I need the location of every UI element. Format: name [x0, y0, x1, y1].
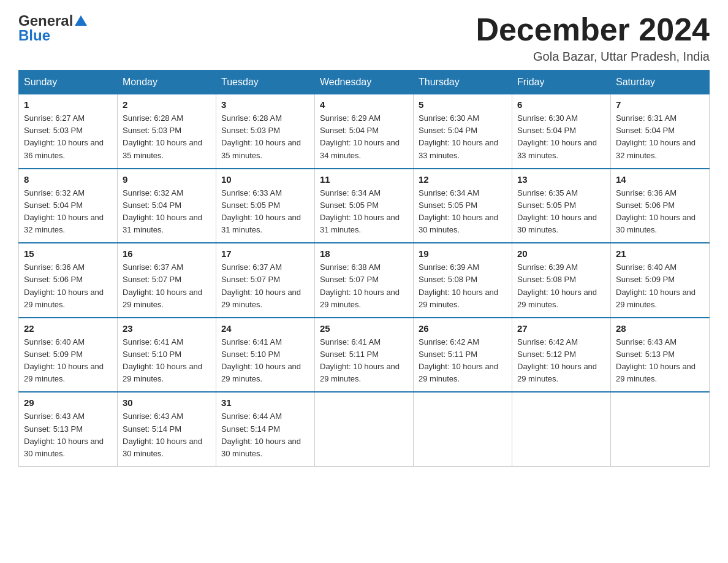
- sunrise-label: Sunrise: 6:44 AM: [221, 412, 282, 421]
- sunset-label: Sunset: 5:07 PM: [123, 275, 181, 284]
- sunset-label: Sunset: 5:13 PM: [616, 350, 675, 359]
- sunrise-label: Sunrise: 6:30 AM: [517, 113, 578, 123]
- sunset-label: Sunset: 5:06 PM: [616, 201, 675, 210]
- sunset-label: Sunset: 5:04 PM: [320, 126, 379, 135]
- daylight-label: Daylight: 10 hours and 29 minutes.: [123, 362, 202, 383]
- weekday-header-thursday: Thursday: [414, 71, 512, 94]
- day-number: 22: [24, 323, 112, 334]
- calendar-cell: [512, 392, 611, 466]
- day-info: Sunrise: 6:30 AM Sunset: 5:04 PM Dayligh…: [419, 112, 507, 162]
- calendar-cell: 10 Sunrise: 6:33 AM Sunset: 5:05 PM Dayl…: [216, 169, 315, 243]
- calendar-cell: 14 Sunrise: 6:36 AM Sunset: 5:06 PM Dayl…: [611, 169, 710, 243]
- calendar-cell: [414, 392, 512, 466]
- calendar-cell: 29 Sunrise: 6:43 AM Sunset: 5:13 PM Dayl…: [19, 392, 118, 466]
- weekday-header-sunday: Sunday: [19, 71, 118, 94]
- day-number: 29: [24, 397, 112, 408]
- daylight-label: Daylight: 10 hours and 30 minutes.: [221, 437, 301, 458]
- weekday-header-monday: Monday: [118, 71, 216, 94]
- day-info: Sunrise: 6:30 AM Sunset: 5:04 PM Dayligh…: [517, 112, 605, 162]
- day-info: Sunrise: 6:37 AM Sunset: 5:07 PM Dayligh…: [123, 261, 211, 311]
- day-info: Sunrise: 6:34 AM Sunset: 5:05 PM Dayligh…: [419, 187, 507, 237]
- day-number: 3: [221, 99, 309, 110]
- day-info: Sunrise: 6:44 AM Sunset: 5:14 PM Dayligh…: [221, 410, 309, 460]
- sunrise-label: Sunrise: 6:39 AM: [517, 262, 578, 272]
- sunset-label: Sunset: 5:05 PM: [517, 201, 576, 210]
- day-number: 27: [517, 323, 605, 334]
- sunrise-label: Sunrise: 6:34 AM: [419, 188, 479, 197]
- daylight-label: Daylight: 10 hours and 29 minutes.: [123, 288, 202, 309]
- calendar-cell: 13 Sunrise: 6:35 AM Sunset: 5:05 PM Dayl…: [512, 169, 611, 243]
- weekday-header-friday: Friday: [512, 71, 611, 94]
- sunset-label: Sunset: 5:05 PM: [320, 201, 379, 210]
- day-number: 1: [24, 99, 112, 110]
- sunset-label: Sunset: 5:05 PM: [221, 201, 280, 210]
- day-number: 25: [320, 323, 408, 334]
- day-number: 31: [221, 397, 309, 408]
- sunrise-label: Sunrise: 6:31 AM: [616, 113, 677, 123]
- sunrise-label: Sunrise: 6:28 AM: [123, 113, 183, 123]
- calendar-cell: 3 Sunrise: 6:28 AM Sunset: 5:03 PM Dayli…: [216, 94, 315, 169]
- calendar-cell: 17 Sunrise: 6:37 AM Sunset: 5:07 PM Dayl…: [216, 243, 315, 318]
- day-number: 8: [24, 174, 112, 185]
- day-info: Sunrise: 6:32 AM Sunset: 5:04 PM Dayligh…: [24, 187, 112, 237]
- day-info: Sunrise: 6:41 AM Sunset: 5:10 PM Dayligh…: [123, 336, 211, 386]
- daylight-label: Daylight: 10 hours and 31 minutes.: [320, 213, 400, 234]
- day-info: Sunrise: 6:39 AM Sunset: 5:08 PM Dayligh…: [517, 261, 605, 311]
- day-number: 15: [24, 248, 112, 259]
- calendar-cell: 28 Sunrise: 6:43 AM Sunset: 5:13 PM Dayl…: [611, 318, 710, 393]
- logo-triangle: [75, 15, 87, 26]
- sunset-label: Sunset: 5:03 PM: [24, 126, 83, 135]
- day-info: Sunrise: 6:27 AM Sunset: 5:03 PM Dayligh…: [24, 112, 112, 162]
- day-info: Sunrise: 6:31 AM Sunset: 5:04 PM Dayligh…: [616, 112, 704, 162]
- day-info: Sunrise: 6:41 AM Sunset: 5:10 PM Dayligh…: [221, 336, 309, 386]
- sunset-label: Sunset: 5:13 PM: [24, 424, 83, 434]
- sunrise-label: Sunrise: 6:30 AM: [419, 113, 479, 123]
- daylight-label: Daylight: 10 hours and 31 minutes.: [221, 213, 301, 234]
- logo-blue-text: Blue: [18, 27, 50, 44]
- day-number: 13: [517, 174, 605, 185]
- day-info: Sunrise: 6:41 AM Sunset: 5:11 PM Dayligh…: [320, 336, 408, 386]
- calendar-header-row: SundayMondayTuesdayWednesdayThursdayFrid…: [19, 71, 710, 94]
- calendar-cell: [315, 392, 414, 466]
- calendar-cell: 27 Sunrise: 6:42 AM Sunset: 5:12 PM Dayl…: [512, 318, 611, 393]
- day-number: 26: [419, 323, 507, 334]
- sunrise-label: Sunrise: 6:32 AM: [24, 188, 85, 197]
- sunset-label: Sunset: 5:04 PM: [123, 201, 181, 210]
- sunset-label: Sunset: 5:03 PM: [123, 126, 181, 135]
- day-info: Sunrise: 6:42 AM Sunset: 5:12 PM Dayligh…: [517, 336, 605, 386]
- sunset-label: Sunset: 5:07 PM: [320, 275, 379, 284]
- day-info: Sunrise: 6:43 AM Sunset: 5:13 PM Dayligh…: [24, 410, 112, 460]
- sunrise-label: Sunrise: 6:29 AM: [320, 113, 381, 123]
- day-info: Sunrise: 6:28 AM Sunset: 5:03 PM Dayligh…: [221, 112, 309, 162]
- sunrise-label: Sunrise: 6:37 AM: [221, 262, 282, 272]
- sunset-label: Sunset: 5:05 PM: [419, 201, 477, 210]
- calendar-week-row: 22 Sunrise: 6:40 AM Sunset: 5:09 PM Dayl…: [19, 318, 710, 393]
- day-number: 23: [123, 323, 211, 334]
- daylight-label: Daylight: 10 hours and 29 minutes.: [517, 362, 597, 383]
- sunset-label: Sunset: 5:03 PM: [221, 126, 280, 135]
- sunset-label: Sunset: 5:04 PM: [517, 126, 576, 135]
- daylight-label: Daylight: 10 hours and 29 minutes.: [419, 362, 498, 383]
- day-number: 12: [419, 174, 507, 185]
- day-number: 2: [123, 99, 211, 110]
- weekday-header-tuesday: Tuesday: [216, 71, 315, 94]
- daylight-label: Daylight: 10 hours and 30 minutes.: [123, 437, 202, 458]
- daylight-label: Daylight: 10 hours and 34 minutes.: [320, 138, 400, 159]
- calendar-cell: 31 Sunrise: 6:44 AM Sunset: 5:14 PM Dayl…: [216, 392, 315, 466]
- sunrise-label: Sunrise: 6:41 AM: [320, 337, 381, 347]
- sunrise-label: Sunrise: 6:36 AM: [24, 262, 85, 272]
- sunset-label: Sunset: 5:14 PM: [123, 424, 181, 434]
- daylight-label: Daylight: 10 hours and 30 minutes.: [24, 437, 104, 458]
- sunrise-label: Sunrise: 6:33 AM: [221, 188, 282, 197]
- calendar-cell: 16 Sunrise: 6:37 AM Sunset: 5:07 PM Dayl…: [118, 243, 216, 318]
- sunset-label: Sunset: 5:04 PM: [616, 126, 675, 135]
- sunrise-label: Sunrise: 6:41 AM: [221, 337, 282, 347]
- day-info: Sunrise: 6:34 AM Sunset: 5:05 PM Dayligh…: [320, 187, 408, 237]
- daylight-label: Daylight: 10 hours and 31 minutes.: [123, 213, 202, 234]
- calendar-cell: 12 Sunrise: 6:34 AM Sunset: 5:05 PM Dayl…: [414, 169, 512, 243]
- page-header: General Blue December 2024 Gola Bazar, U…: [18, 12, 710, 64]
- sunrise-label: Sunrise: 6:27 AM: [24, 113, 85, 123]
- day-info: Sunrise: 6:28 AM Sunset: 5:03 PM Dayligh…: [123, 112, 211, 162]
- daylight-label: Daylight: 10 hours and 30 minutes.: [616, 213, 696, 234]
- sunset-label: Sunset: 5:11 PM: [419, 350, 477, 359]
